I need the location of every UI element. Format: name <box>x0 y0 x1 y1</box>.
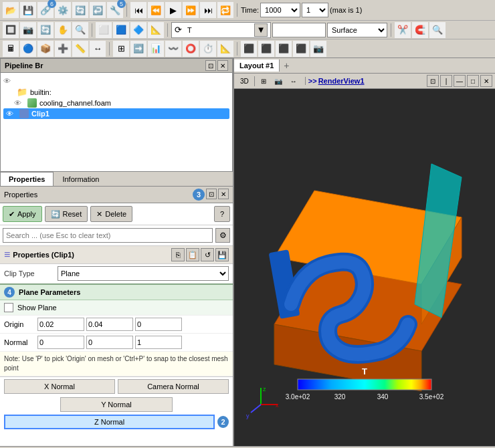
grid-btn[interactable]: ⊞ <box>113 41 129 57</box>
origin-z-input[interactable] <box>135 318 182 331</box>
zoom-btn[interactable]: 🔍 <box>72 22 88 38</box>
props-undock-btn[interactable]: ⊡ <box>206 189 217 199</box>
svg-text:320: 320 <box>334 393 346 401</box>
field2-input[interactable] <box>272 23 326 37</box>
open-folder-btn[interactable]: 📂 <box>3 2 19 18</box>
skip-end-btn[interactable]: ⏭ <box>200 2 216 18</box>
screenshot-btn[interactable]: 📷 <box>20 22 36 38</box>
tab-properties[interactable]: Properties <box>0 172 54 186</box>
ruler-btn[interactable]: 📐 <box>217 41 233 57</box>
viewport[interactable]: T 3.0e+02 3 <box>234 89 495 446</box>
camera-normal-btn[interactable]: Camera Normal <box>118 379 229 394</box>
render-close-btn[interactable]: ✕ <box>480 75 492 87</box>
pipeline-item-clip1[interactable]: 👁 Clip1 <box>3 108 229 119</box>
loop-btn[interactable]: 🔁 <box>217 2 233 18</box>
y-normal-btn[interactable]: Y Normal <box>60 397 173 412</box>
pan-btn[interactable]: ✋ <box>55 22 71 38</box>
view-orient-btn[interactable]: ↔ <box>287 76 300 86</box>
view-tab-layout1[interactable]: Layout #1 <box>234 60 280 72</box>
scissors-btn[interactable]: ✂️ <box>395 22 411 38</box>
wireframe-btn[interactable]: ⬜ <box>96 22 112 38</box>
magnet-btn[interactable]: 🧲 <box>412 22 428 38</box>
separator7 <box>237 42 237 55</box>
svg-text:x: x <box>276 402 279 409</box>
split-h-btn[interactable]: ⬛ <box>258 41 274 57</box>
skip-start-btn[interactable]: ⏮ <box>130 2 146 18</box>
play-btn[interactable]: ▶ <box>165 2 181 18</box>
origin-x-input[interactable] <box>37 318 84 331</box>
undo-btn[interactable]: ↩️ <box>90 2 106 18</box>
representation-select[interactable]: Surface <box>327 23 387 37</box>
prev-btn[interactable]: ⏪ <box>148 2 164 18</box>
panel-undock-btn[interactable]: ⊡ <box>205 60 216 71</box>
arrow-btn[interactable]: ➡️ <box>130 41 146 57</box>
wave-btn[interactable]: 〰️ <box>165 41 181 57</box>
time-label: Time: <box>241 6 259 14</box>
sphere-btn[interactable]: 🔵 <box>20 41 36 57</box>
origin-inputs <box>37 318 229 331</box>
axis-btn[interactable]: ➕ <box>55 41 71 57</box>
variable-dropdown-btn[interactable]: ▼ <box>254 23 268 37</box>
split-v-btn[interactable]: ⬛ <box>276 41 292 57</box>
apply-button[interactable]: ✔ Apply <box>3 206 42 222</box>
transform-btn[interactable]: ↔️ <box>90 41 106 57</box>
paste-btn[interactable]: 📋 <box>186 248 199 261</box>
view-reset-btn[interactable]: ⊞ <box>258 76 270 86</box>
orient-btn[interactable]: 📐 <box>148 22 164 38</box>
render-view-name[interactable]: RenderView1 <box>318 77 365 85</box>
rotate-btn[interactable]: 🔄 <box>37 22 54 38</box>
props-close-btn[interactable]: ✕ <box>218 189 229 199</box>
cube-btn[interactable]: 📦 <box>37 41 54 57</box>
z-normal-btn[interactable]: Z Normal <box>4 415 215 429</box>
x-normal-btn[interactable]: X Normal <box>4 379 115 394</box>
search-input[interactable] <box>3 228 213 243</box>
clock-btn[interactable]: ⏱️ <box>200 41 216 57</box>
copy-btn[interactable]: ⎘ <box>171 248 185 261</box>
step-select[interactable]: 1 <box>302 3 328 17</box>
view-title-group: >> RenderView1 <box>305 77 365 85</box>
tab-information[interactable]: Information <box>54 172 108 186</box>
section-icon: ≡ <box>4 249 10 261</box>
view-cam-btn[interactable]: 📷 <box>271 76 286 86</box>
save-props-btn[interactable]: 💾 <box>215 248 229 261</box>
next-frame-btn[interactable]: ⏩ <box>183 2 199 18</box>
disconnect-btn[interactable]: ⚙️ <box>55 2 71 18</box>
normal-x-input[interactable] <box>37 336 84 349</box>
circle-btn[interactable]: ⭕ <box>183 41 199 57</box>
render-split-v-btn[interactable]: — <box>454 75 466 87</box>
time-select[interactable]: 1000 <box>260 3 300 17</box>
save-btn[interactable]: 💾 <box>20 2 36 18</box>
search2-btn[interactable]: 🔍 <box>429 22 446 38</box>
clip-type-label: Clip Type <box>4 269 58 277</box>
normal-y-input[interactable] <box>86 336 133 349</box>
quad-btn[interactable]: ⬛ <box>293 41 309 57</box>
measure-btn[interactable]: 📏 <box>72 41 88 57</box>
refresh-btn[interactable]: 🔄 <box>72 2 88 18</box>
show-plane-checkbox[interactable] <box>4 303 13 312</box>
normal-z-input[interactable] <box>135 336 182 349</box>
layout-btn[interactable]: ⬛ <box>241 41 257 57</box>
pipeline-item-foam[interactable]: 👁 cooling_channel.foam <box>3 98 229 108</box>
variable-input[interactable] <box>185 23 252 37</box>
restore-btn[interactable]: ↺ <box>201 248 214 261</box>
search-gear-btn[interactable]: ⚙ <box>215 228 230 243</box>
reset-button[interactable]: 🔄 Reset <box>45 206 88 222</box>
delete-button[interactable]: ✕ Delete <box>90 206 132 222</box>
calc-btn[interactable]: 🖩 <box>3 41 19 57</box>
view-3d-btn[interactable]: 3D <box>237 76 252 86</box>
surface-btn[interactable]: 🟦 <box>113 22 129 38</box>
render-split-h-btn[interactable]: | <box>440 75 452 87</box>
render-max-btn[interactable]: □ <box>467 75 479 87</box>
chart-btn[interactable]: 📊 <box>148 41 164 57</box>
render-undock-btn[interactable]: ⊡ <box>427 75 439 87</box>
mesh-icon <box>27 98 37 108</box>
clip-view-btn[interactable]: 🔷 <box>130 22 146 38</box>
help-button[interactable]: ? <box>214 206 230 222</box>
panel-close-btn[interactable]: ✕ <box>217 60 228 71</box>
view-tab-add-btn[interactable]: + <box>280 58 293 73</box>
reset-camera-btn[interactable]: 🔲 <box>3 22 19 38</box>
clip-type-select[interactable]: Plane <box>58 266 229 281</box>
camera-icon-btn[interactable]: 📷 <box>310 41 326 57</box>
origin-y-input[interactable] <box>86 318 133 331</box>
pipeline-item-builtin[interactable]: 📁 builtin: <box>3 86 229 98</box>
